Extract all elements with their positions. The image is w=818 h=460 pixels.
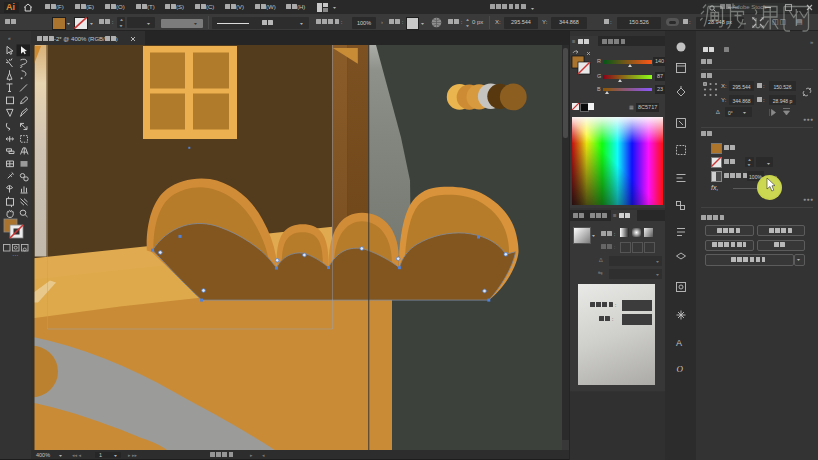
svg-text:A: A (676, 338, 682, 348)
svg-text:⋯: ⋯ (12, 252, 18, 258)
svg-text:O: O (677, 364, 684, 374)
